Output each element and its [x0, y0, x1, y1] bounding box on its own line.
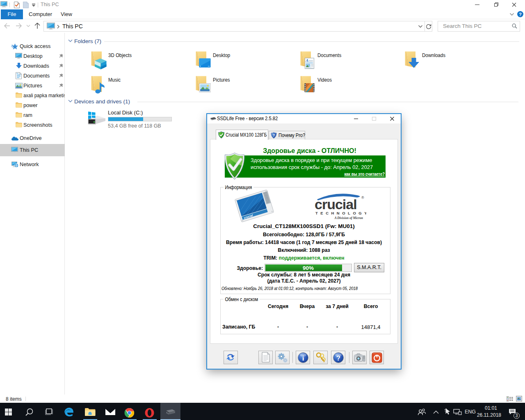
svg-text:A Division of Micron: A Division of Micron — [334, 216, 363, 220]
svg-text:®: ® — [361, 196, 364, 200]
svg-text:?: ? — [336, 355, 340, 362]
svg-text:?: ? — [519, 12, 522, 17]
svg-text:?: ? — [273, 133, 275, 137]
svg-text:A: A — [306, 58, 309, 63]
svg-text:i: i — [302, 354, 304, 362]
svg-text:crucial: crucial — [315, 196, 357, 212]
svg-text:TECHNOLOGY: TECHNOLOGY — [315, 211, 366, 215]
